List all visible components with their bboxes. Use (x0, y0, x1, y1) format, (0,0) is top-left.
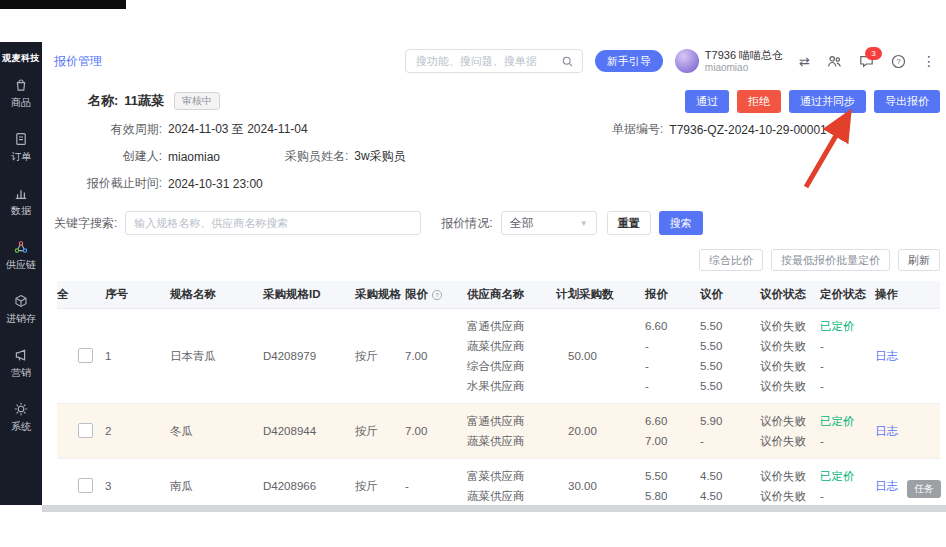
column-header-label: 定价状态 (820, 287, 866, 302)
row-checkbox-cell (78, 348, 105, 365)
breadcrumb[interactable]: 报价管理 (54, 53, 102, 70)
quote-title-row: 名称: 11蔬菜 审核中 通过 拒绝 通过并同步 导出报价 (54, 88, 940, 114)
switch-account-icon[interactable]: ⇄ (799, 54, 810, 69)
supplier-name: 综合供应商 (467, 356, 556, 376)
bargain-status: 议价失败 (760, 431, 820, 451)
sidebar-item-system[interactable]: 系统 (11, 401, 31, 434)
column-header-0: 全 (57, 287, 78, 302)
column-header-5: 采购规格 (355, 287, 405, 302)
supplier-values-row: -5.50议价失败- (645, 376, 875, 396)
contacts-icon[interactable] (826, 53, 843, 70)
column-header-label: 操作 (875, 287, 898, 302)
log-link[interactable]: 日志 (875, 350, 898, 362)
supply-chain-icon (13, 239, 29, 255)
help-icon[interactable]: ? (890, 53, 907, 70)
reject-button[interactable]: 拒绝 (737, 90, 781, 113)
sidebar-item-goods[interactable]: 商品 (11, 77, 31, 110)
supplier-quote: 7.00 (645, 431, 700, 451)
supplier-name: 蔬菜供应商 (467, 336, 556, 356)
avatar[interactable] (675, 49, 699, 73)
table-row: 1日本青瓜D4208979按斤7.00富通供应商蔬菜供应商综合供应商水果供应商5… (57, 309, 940, 404)
sidebar-item-inventory[interactable]: 进销存 (6, 293, 36, 326)
supplier-name: 蔬菜供应商 (467, 486, 556, 505)
app-window: 观麦科技 商品 订单 数据 供应链 进销存 营销 系统 报价管理 (0, 42, 946, 505)
row-checkbox-cell (78, 478, 105, 495)
keyword-input[interactable] (125, 211, 421, 235)
row-spec-id: D4208979 (263, 350, 355, 362)
newbie-guide-button[interactable]: 新手引导 (595, 50, 663, 72)
row-checkbox[interactable] (78, 423, 93, 438)
row-spec-name: 南瓜 (170, 479, 263, 494)
supplier-name-list: 富通供应商蔬菜供应商 (467, 411, 556, 451)
tasks-floating-tab[interactable]: 任务 (907, 480, 941, 498)
horizontal-scrollbar[interactable] (42, 505, 946, 512)
doc-no-label: 单据编号: (612, 121, 663, 138)
table-row: 2冬瓜D4208944按斤7.00富通供应商蔬菜供应商20.006.605.90… (57, 404, 940, 459)
keyword-label: 关键字搜索: (54, 215, 117, 232)
supplier-values-row: -5.50议价失败- (645, 336, 875, 356)
buyer-label: 采购员姓名: (285, 148, 348, 165)
messages-icon[interactable]: 3 (858, 53, 875, 70)
row-checkbox[interactable] (78, 478, 93, 493)
account-name: T7936 喵喵总仓 (705, 49, 783, 61)
price-status: - (820, 376, 875, 396)
price-status: - (820, 486, 875, 505)
bargain-status: 议价失败 (760, 336, 820, 356)
gear-icon (13, 401, 29, 417)
row-unit: 按斤 (355, 479, 405, 494)
column-header-label: 全 (57, 287, 69, 302)
column-header-label: 议价状态 (760, 287, 806, 302)
search-icon[interactable] (561, 55, 574, 68)
supplier-values-list: 5.504.50议价失败已定价5.804.50议价失败- (645, 466, 875, 505)
data-icon (13, 185, 29, 201)
price-status: 已定价 (820, 466, 875, 486)
sidebar-item-label: 进销存 (6, 312, 36, 326)
supplier-quote: - (645, 336, 700, 356)
filter-row: 关键字搜索: 报价情况: 全部 ▼ 重置 搜索 (54, 211, 940, 235)
row-checkbox[interactable] (78, 348, 93, 363)
column-header-4: 采购规格ID (263, 287, 355, 302)
chevron-down-icon: ▼ (580, 219, 588, 228)
buyer-value: 3w采购员 (354, 148, 405, 165)
pass-button[interactable]: 通过 (685, 90, 729, 113)
search-button[interactable]: 搜索 (659, 211, 703, 235)
sidebar-item-marketing[interactable]: 营销 (11, 347, 31, 380)
bargain-status: 议价失败 (760, 356, 820, 376)
batch-price-button[interactable]: 按最低报价批量定价 (771, 249, 890, 271)
supplier-name-list: 富通供应商蔬菜供应商综合供应商水果供应商 (467, 316, 556, 396)
sidebar-item-orders[interactable]: 订单 (11, 131, 31, 164)
supplier-values-row: -5.50议价失败- (645, 356, 875, 376)
supplier-bargain: 5.50 (700, 316, 760, 336)
sidebar-item-label: 数据 (11, 204, 31, 218)
supplier-quote: 6.60 (645, 316, 700, 336)
price-status: 已定价 (820, 411, 875, 431)
quote-status-select[interactable]: 全部 ▼ (501, 211, 597, 235)
log-link[interactable]: 日志 (875, 425, 898, 437)
sidebar-item-data[interactable]: 数据 (11, 185, 31, 218)
row-unit: 按斤 (355, 349, 405, 364)
account-block: T7936 喵喵总仓 miaomiao (675, 49, 783, 73)
reset-button[interactable]: 重置 (607, 211, 651, 235)
svg-text:?: ? (896, 57, 901, 66)
price-status: - (820, 336, 875, 356)
global-search (405, 49, 583, 73)
top-dark-strip (0, 0, 126, 9)
supplier-name: 富通供应商 (467, 411, 556, 431)
bargain-status: 议价失败 (760, 376, 820, 396)
column-header-label: 规格名称 (170, 287, 216, 302)
supplier-quote: - (645, 376, 700, 396)
supplier-name: 水果供应商 (467, 376, 556, 396)
compare-button[interactable]: 综合比价 (699, 249, 763, 271)
export-quote-button[interactable]: 导出报价 (874, 90, 940, 113)
supplier-bargain: 5.50 (700, 376, 760, 396)
field-row-period: 有效周期: 2024-11-03 至 2024-11-04 单据编号: T793… (54, 116, 940, 143)
global-search-input[interactable] (414, 54, 555, 68)
sidebar-item-supply[interactable]: 供应链 (6, 239, 36, 272)
deadline-value: 2024-10-31 23:00 (168, 177, 263, 191)
more-menu-icon[interactable]: ⋮ (922, 53, 932, 70)
refresh-button[interactable]: 刷新 (898, 249, 940, 271)
pass-and-sync-button[interactable]: 通过并同步 (789, 90, 866, 113)
info-icon[interactable]: ? (431, 289, 443, 301)
log-link[interactable]: 日志 (875, 480, 898, 492)
supplier-values-list: 6.605.90议价失败已定价7.00-议价失败- (645, 411, 875, 451)
